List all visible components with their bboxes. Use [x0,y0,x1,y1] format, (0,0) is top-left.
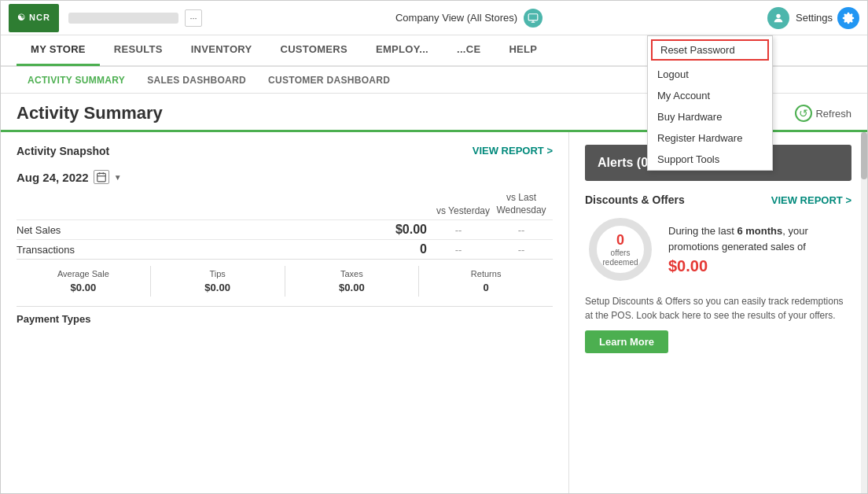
monitor-icon-btn[interactable] [524,9,542,28]
scrollbar-track[interactable] [861,132,867,493]
dropdown-reset-password[interactable]: Reset Password [651,39,769,61]
left-panel: Activity Snapshot VIEW REPORT > Aug 24, … [1,132,568,493]
taxes-value: $0.00 [285,282,419,293]
nav-customers[interactable]: CUSTOMERS [266,35,362,66]
vs-last-wednesday-header: vs LastWednesday [490,192,553,216]
date-chevron-icon: ▼ [114,173,122,182]
nav-employees[interactable]: EMPLOY... [362,35,443,66]
transactions-value: 0 [356,242,427,256]
page-title: Activity Summary [17,103,163,124]
activity-snapshot-title: Activity Snapshot [17,145,109,157]
net-sales-vs-yesterday: -- [427,224,490,236]
main-content: Activity Snapshot VIEW REPORT > Aug 24, … [1,132,867,493]
date-row: Aug 24, 2022 ▼ [17,170,553,184]
store-selector-btn[interactable]: ··· [185,9,202,27]
average-sale-label: Average Sale [17,269,150,278]
promo-text: During the last 6 months, your promotion… [668,223,851,254]
tips-value: $0.00 [151,282,285,293]
average-sale-cell: Average Sale $0.00 [17,266,151,297]
top-bar: ☯ NCR ··· Company View (All Stores) Sett… [1,1,867,35]
dropdown-support-tools[interactable]: Support Tools [648,149,772,170]
snapshot-date: Aug 24, 2022 [17,171,89,184]
returns-cell: Returns 0 [419,266,553,297]
donut-section: 0 offers redeemed During the last 6 mont… [585,214,851,285]
promo-description: During the last 6 months, your promotion… [668,223,851,275]
snapshot-view-report[interactable]: VIEW REPORT > [473,145,553,157]
app-frame: ☯ NCR ··· Company View (All Stores) Sett… [0,0,868,494]
transactions-label: Transactions [17,244,356,256]
returns-label: Returns [419,269,553,278]
taxes-label: Taxes [285,269,419,278]
offers-count: 0 [602,232,638,249]
promo-amount: $0.00 [668,257,851,275]
subnav-sales-dashboard[interactable]: SALES DASHBOARD [136,67,257,94]
store-name-blurred [68,13,178,24]
learn-more-button[interactable]: Learn More [585,330,668,353]
user-icon-btn[interactable] [767,7,789,29]
settings-label: Settings [796,12,833,24]
nav-inventory[interactable]: INVENTORY [177,35,267,66]
dropdown-register-hardware[interactable]: Register Hardware [648,127,772,149]
svg-rect-4 [97,173,105,182]
payment-types-label: Payment Types [17,306,553,325]
discounts-title: Discounts & Offers [585,194,685,206]
user-dropdown-menu: Reset Password Logout My Account Buy Har… [647,35,773,171]
stats-row: Average Sale $0.00 Tips $0.00 Taxes $0.0… [17,259,553,297]
returns-value: 0 [419,282,553,293]
taxes-cell: Taxes $0.00 [285,266,420,297]
net-sales-vs-wednesday: -- [490,224,553,236]
subnav-customer-dashboard[interactable]: CUSTOMER DASHBOARD [257,67,401,94]
dropdown-my-account[interactable]: My Account [648,85,772,106]
calendar-icon[interactable] [94,170,109,184]
net-sales-label: Net Sales [17,224,356,236]
vs-yesterday-header: vs Yesterday [419,205,490,216]
discounts-view-report[interactable]: VIEW REPORT > [771,194,851,206]
promo-bold: 6 months [737,225,782,237]
nav-results[interactable]: RESULTS [100,35,177,66]
company-view-label: Company View (All Stores) [395,12,517,24]
snapshot-header: Activity Snapshot VIEW REPORT > [17,145,553,164]
tips-label: Tips [151,269,285,278]
transactions-vs-wednesday: -- [490,244,553,256]
refresh-icon: ↺ [795,105,812,122]
donut-center: 0 offers redeemed [602,232,638,267]
subnav-activity-summary[interactable]: ACTIVITY SUMMARY [17,67,136,94]
scrollbar-thumb[interactable] [861,132,867,179]
nav-finance[interactable]: ...CE [443,35,495,66]
dropdown-buy-hardware[interactable]: Buy Hardware [648,106,772,127]
svg-point-3 [776,13,780,17]
right-panel: Alerts (0 new) Discounts & Offers VIEW R… [568,132,867,493]
refresh-button[interactable]: ↺ Refresh [795,105,851,122]
net-sales-value: $0.00 [356,223,427,237]
transactions-vs-yesterday: -- [427,244,490,256]
settings-gear-btn[interactable] [837,7,859,29]
discounts-header: Discounts & Offers VIEW REPORT > [585,194,851,206]
refresh-label: Refresh [815,108,851,120]
topbar-center: Company View (All Stores) [202,9,736,28]
dropdown-logout[interactable]: Logout [648,64,772,85]
average-sale-value: $0.00 [17,282,150,293]
setup-text: Setup Discounts & Offers so you can easi… [585,294,851,323]
nav-my-store[interactable]: MY STORE [17,35,100,66]
donut-chart: 0 offers redeemed [585,214,656,285]
nav-help[interactable]: HELP [495,35,551,66]
offers-label: offers redeemed [602,249,638,267]
tips-cell: Tips $0.00 [151,266,285,297]
svg-rect-0 [528,13,538,20]
promo-text-1: During the last [668,225,737,237]
ncr-logo[interactable]: ☯ NCR [9,4,59,32]
